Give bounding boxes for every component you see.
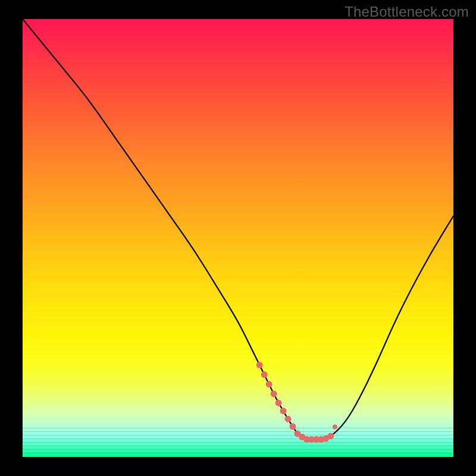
chart-plot-area [23, 19, 453, 457]
highlight-dot [261, 371, 268, 378]
highlight-dot [327, 433, 334, 440]
highlight-dot [266, 381, 273, 387]
highlight-dot [285, 416, 292, 422]
bottleneck-curve-line [23, 19, 453, 440]
chart-svg [23, 19, 453, 457]
highlight-dot [275, 400, 282, 406]
watermark-text: TheBottleneck.com [345, 4, 469, 20]
highlight-dots [256, 362, 337, 443]
highlight-dot [256, 362, 263, 368]
highlight-dot-outlier [333, 425, 337, 430]
highlight-dot [280, 408, 287, 414]
highlight-dot [289, 423, 296, 430]
highlight-dot [271, 391, 277, 397]
